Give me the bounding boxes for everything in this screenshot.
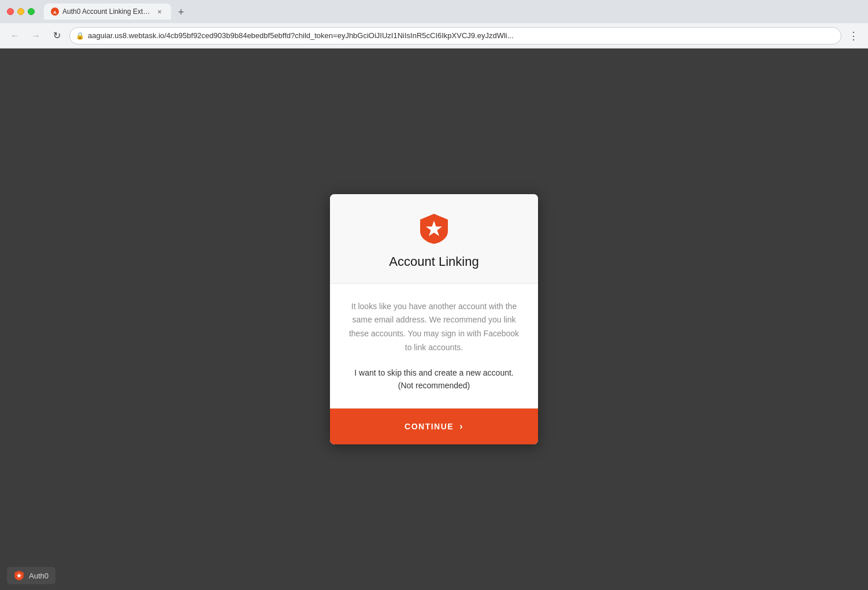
svg-text:A: A — [53, 10, 57, 15]
back-icon: ← — [10, 31, 20, 41]
minimize-button[interactable] — [17, 8, 24, 15]
new-tab-button[interactable]: + — [173, 5, 189, 20]
browser-menu-button[interactable]: ⋮ — [846, 27, 861, 44]
page-content: Account Linking It looks like you have a… — [0, 49, 868, 590]
browser-titlebar: A Auth0 Account Linking Extension ✕ + — [0, 0, 868, 23]
taskbar: Auth0 — [0, 561, 62, 590]
skip-sub-text: (Not recommended) — [398, 381, 470, 390]
skip-main-text: I want to skip this and create a new acc… — [354, 368, 514, 377]
browser-chrome: A Auth0 Account Linking Extension ✕ + ← … — [0, 0, 868, 49]
continue-button[interactable]: CONTINUE › — [330, 409, 538, 444]
auth0-logo — [418, 213, 450, 245]
back-button[interactable]: ← — [7, 28, 23, 44]
tab-title: Auth0 Account Linking Extension — [62, 8, 151, 16]
traffic-lights — [7, 8, 35, 15]
taskbar-app-label: Auth0 — [29, 572, 49, 580]
tab-favicon: A — [51, 8, 59, 16]
refresh-icon: ↻ — [53, 30, 61, 41]
tab-close-button[interactable]: ✕ — [155, 7, 164, 16]
account-linking-card: Account Linking It looks like you have a… — [330, 194, 538, 445]
close-button[interactable] — [7, 8, 14, 15]
menu-dots-icon: ⋮ — [848, 30, 859, 42]
tab-bar: A Auth0 Account Linking Extension ✕ + — [44, 3, 861, 20]
taskbar-auth0-item[interactable]: Auth0 — [7, 567, 55, 584]
continue-label: CONTINUE — [405, 422, 454, 431]
card-header: Account Linking — [330, 194, 538, 284]
address-bar[interactable]: 🔒 aaguiar.us8.webtask.io/4cb95bf92ced903… — [69, 27, 841, 44]
card-title: Account Linking — [348, 254, 520, 269]
refresh-button[interactable]: ↻ — [49, 28, 65, 44]
maximize-button[interactable] — [28, 8, 35, 15]
card-skip-text: I want to skip this and create a new acc… — [348, 366, 520, 392]
lock-icon: 🔒 — [76, 32, 84, 40]
url-text: aaguiar.us8.webtask.io/4cb95bf92ced903b9… — [88, 31, 835, 40]
forward-icon: → — [31, 31, 40, 41]
card-body: It looks like you have another account w… — [330, 284, 538, 409]
active-tab[interactable]: A Auth0 Account Linking Extension ✕ — [44, 3, 171, 20]
forward-button[interactable]: → — [28, 28, 44, 44]
browser-toolbar: ← → ↻ 🔒 aaguiar.us8.webtask.io/4cb95bf92… — [0, 23, 868, 49]
card-description: It looks like you have another account w… — [348, 300, 520, 355]
chevron-right-icon: › — [459, 421, 463, 432]
taskbar-auth0-icon — [14, 570, 24, 581]
card-footer: CONTINUE › — [330, 409, 538, 444]
